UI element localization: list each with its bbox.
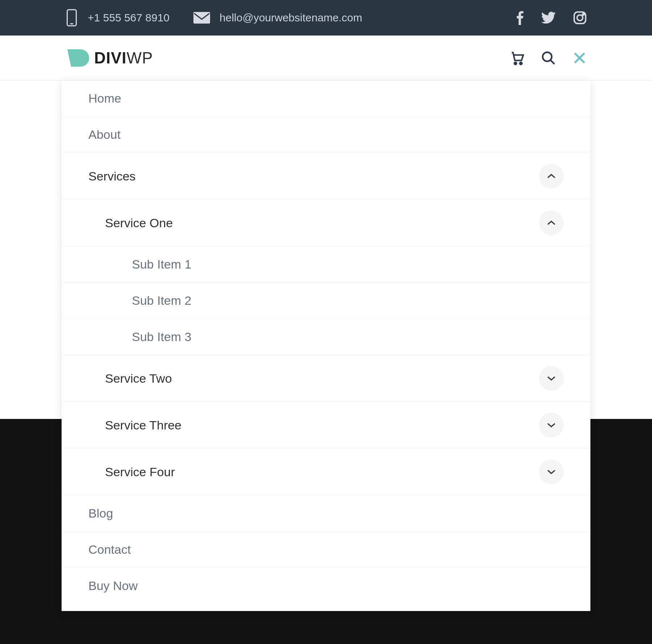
menu-label: Sub Item 3: [132, 330, 191, 344]
page-body: Home About Services Service One Sub Item…: [0, 80, 652, 644]
close-icon[interactable]: [572, 51, 587, 65]
expand-toggle[interactable]: [539, 460, 564, 484]
svg-point-8: [543, 52, 552, 61]
menu-item-service-three[interactable]: Service Three: [62, 402, 590, 449]
chevron-down-icon: [547, 422, 556, 428]
expand-toggle[interactable]: [539, 413, 564, 437]
phone-icon: [65, 9, 78, 27]
collapse-toggle[interactable]: [539, 211, 564, 235]
twitter-icon[interactable]: [541, 12, 556, 24]
menu-item-services[interactable]: Services: [62, 153, 590, 200]
menu-label: Service One: [105, 216, 173, 230]
phone-text: +1 555 567 8910: [88, 12, 170, 24]
header-actions: [510, 51, 587, 65]
svg-point-6: [514, 62, 517, 65]
menu-item-sub-3[interactable]: Sub Item 3: [62, 319, 590, 355]
menu-label: Services: [88, 169, 135, 183]
menu-item-service-one[interactable]: Service One: [62, 200, 590, 246]
logo-text: DIVIWP: [94, 49, 153, 67]
menu-label: About: [88, 128, 121, 142]
facebook-icon[interactable]: [516, 11, 524, 25]
email-icon: [193, 12, 210, 24]
chevron-down-icon: [547, 469, 556, 475]
email-group[interactable]: hello@yourwebsitename.com: [193, 12, 362, 24]
menu-item-service-four[interactable]: Service Four: [62, 449, 590, 495]
menu-item-sub-1[interactable]: Sub Item 1: [62, 246, 590, 283]
menu-label: Contact: [88, 543, 131, 557]
search-icon[interactable]: [541, 51, 556, 65]
menu-label: Home: [88, 91, 121, 105]
mobile-menu-dropdown: Home About Services Service One Sub Item…: [62, 80, 590, 611]
menu-label: Sub Item 1: [132, 257, 191, 271]
svg-point-5: [582, 13, 584, 15]
svg-line-9: [551, 60, 555, 64]
menu-label: Service Two: [105, 371, 172, 386]
instagram-icon[interactable]: [573, 11, 587, 25]
cart-icon[interactable]: [510, 51, 524, 65]
menu-label: Blog: [88, 506, 113, 520]
topbar-social: [516, 11, 587, 25]
phone-group[interactable]: +1 555 567 8910: [65, 9, 170, 27]
top-bar: +1 555 567 8910 hello@yourwebsitename.co…: [0, 0, 652, 36]
menu-item-home[interactable]: Home: [62, 80, 590, 117]
topbar-left: +1 555 567 8910 hello@yourwebsitename.co…: [65, 9, 377, 27]
svg-point-4: [577, 15, 583, 21]
menu-item-service-two[interactable]: Service Two: [62, 355, 590, 402]
menu-item-contact[interactable]: Contact: [62, 532, 590, 568]
svg-point-7: [520, 62, 522, 65]
expand-toggle[interactable]: [539, 366, 564, 391]
logo[interactable]: DIVIWP: [65, 45, 153, 71]
menu-label: Service Three: [105, 418, 181, 432]
chevron-up-icon: [547, 173, 556, 179]
menu-item-buy-now[interactable]: Buy Now: [62, 568, 590, 604]
svg-rect-2: [193, 12, 210, 24]
chevron-up-icon: [547, 220, 556, 226]
logo-mark-icon: [65, 45, 91, 71]
menu-item-sub-2[interactable]: Sub Item 2: [62, 283, 590, 319]
main-header: DIVIWP: [0, 36, 652, 80]
chevron-down-icon: [547, 375, 556, 381]
menu-label: Buy Now: [88, 579, 138, 593]
menu-item-about[interactable]: About: [62, 117, 590, 153]
collapse-toggle[interactable]: [539, 164, 564, 188]
email-text: hello@yourwebsitename.com: [220, 12, 362, 24]
menu-item-blog[interactable]: Blog: [62, 495, 590, 532]
menu-label: Service Four: [105, 465, 175, 479]
menu-label: Sub Item 2: [132, 294, 191, 308]
